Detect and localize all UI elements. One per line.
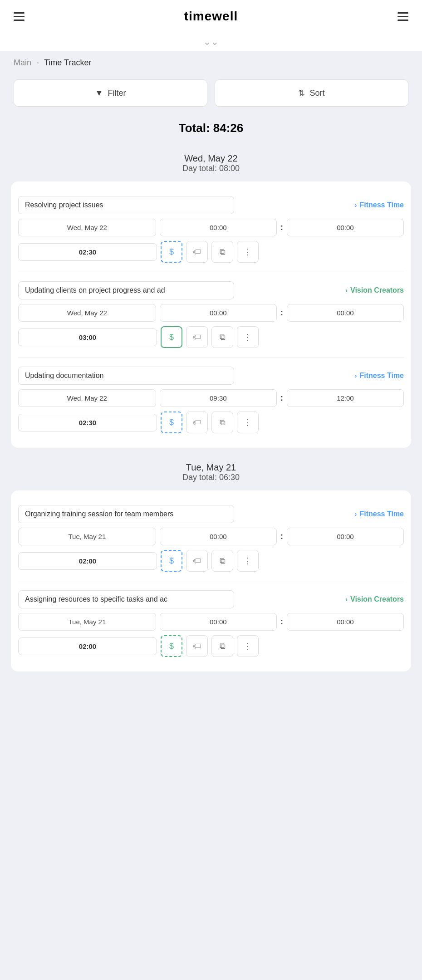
project-name-0-0: Fitness Time — [359, 201, 404, 209]
time-separator-4: : — [280, 617, 283, 627]
task-input-1-0[interactable] — [18, 505, 234, 523]
time-separator-1: : — [280, 308, 283, 318]
project-name-0-1: Vision Creators — [350, 286, 404, 294]
entry-start-0-1[interactable] — [160, 304, 277, 322]
tag-button-0-0[interactable]: 🏷 — [186, 241, 208, 263]
entry-start-0-2[interactable] — [160, 389, 277, 407]
project-arrow-icon: › — [355, 201, 357, 209]
time-entry-1-1: › Vision Creators : $ 🏷 ⧉ ⋮ — [18, 581, 404, 662]
entry-start-1-1[interactable] — [160, 613, 277, 631]
billing-button-1-1[interactable]: $ — [161, 635, 182, 657]
sort-button[interactable]: ⇅ Sort — [215, 79, 408, 107]
billing-button-1-0[interactable]: $ — [161, 550, 182, 572]
project-label-0-0[interactable]: › Fitness Time — [355, 201, 404, 209]
time-entry-0-1: › Vision Creators : $ 🏷 ⧉ ⋮ — [18, 272, 404, 353]
task-input-0-0[interactable] — [18, 196, 234, 214]
task-input-0-2[interactable] — [18, 367, 234, 385]
day-card-1: › Fitness Time : $ 🏷 ⧉ ⋮ › Vision Creato… — [11, 490, 411, 671]
entry-end-0-2[interactable] — [287, 389, 404, 407]
entry-duration-1-1[interactable] — [18, 637, 157, 655]
copy-button-0-1[interactable]: ⧉ — [211, 326, 233, 348]
time-separator-2: : — [280, 393, 283, 403]
project-name-1-0: Fitness Time — [359, 510, 404, 518]
sort-icon: ⇅ — [298, 88, 305, 98]
entry-date-0-1[interactable] — [18, 304, 156, 322]
time-entry-1-0: › Fitness Time : $ 🏷 ⧉ ⋮ — [18, 500, 404, 577]
left-menu-icon[interactable] — [14, 12, 25, 21]
day-total-0: Day total: 08:00 — [0, 164, 422, 173]
entry-end-1-0[interactable] — [287, 528, 404, 545]
project-label-1-1[interactable]: › Vision Creators — [345, 595, 404, 603]
day-date-1: Tue, May 21 — [0, 462, 422, 473]
project-name-1-1: Vision Creators — [350, 595, 404, 603]
entry-duration-1-0[interactable] — [18, 552, 157, 570]
project-label-1-0[interactable]: › Fitness Time — [355, 510, 404, 518]
breadcrumb: Main - Time Tracker — [0, 51, 422, 75]
entry-duration-0-1[interactable] — [18, 328, 157, 346]
time-entry-0-0: › Fitness Time : $ 🏷 ⧉ ⋮ — [18, 191, 404, 268]
toolbar: ▼ Filter ⇅ Sort — [0, 75, 422, 114]
app-header: timewell — [0, 0, 422, 33]
entry-start-0-0[interactable] — [160, 219, 277, 236]
tag-button-0-1[interactable]: 🏷 — [186, 326, 208, 348]
app-title: timewell — [184, 9, 238, 24]
copy-button-1-0[interactable]: ⧉ — [211, 550, 233, 572]
copy-button-0-2[interactable]: ⧉ — [211, 412, 233, 433]
time-separator: : — [280, 223, 283, 232]
entry-end-0-0[interactable] — [287, 219, 404, 236]
copy-button-1-1[interactable]: ⧉ — [211, 635, 233, 657]
total-section: Total: 84:26 — [0, 114, 422, 146]
more-button-1-1[interactable]: ⋮ — [237, 635, 259, 657]
total-label: Total: 84:26 — [0, 121, 422, 135]
entry-duration-0-2[interactable] — [18, 414, 157, 431]
breadcrumb-current: Time Tracker — [44, 58, 91, 67]
day-section-0: Wed, May 22 Day total: 08:00 — [0, 146, 422, 178]
task-input-0-1[interactable] — [18, 281, 234, 299]
entry-start-1-0[interactable] — [160, 528, 277, 545]
filter-button[interactable]: ▼ Filter — [14, 79, 207, 107]
more-button-0-0[interactable]: ⋮ — [237, 241, 259, 263]
tag-button-0-2[interactable]: 🏷 — [186, 412, 208, 433]
entry-date-0-2[interactable] — [18, 389, 156, 407]
filter-icon: ▼ — [95, 88, 103, 98]
entry-date-1-1[interactable] — [18, 613, 156, 631]
copy-button-0-0[interactable]: ⧉ — [211, 241, 233, 263]
task-input-1-1[interactable] — [18, 590, 234, 608]
entry-end-0-1[interactable] — [287, 304, 404, 322]
project-label-0-2[interactable]: › Fitness Time — [355, 372, 404, 380]
entry-end-1-1[interactable] — [287, 613, 404, 631]
day-total-1: Day total: 06:30 — [0, 473, 422, 482]
breadcrumb-separator: - — [36, 58, 39, 67]
day-section-1: Tue, May 21 Day total: 06:30 — [0, 455, 422, 487]
entry-date-0-0[interactable] — [18, 219, 156, 236]
chevron-down-icon: ⌄⌄ — [203, 36, 219, 47]
more-button-0-1[interactable]: ⋮ — [237, 326, 259, 348]
project-label-0-1[interactable]: › Vision Creators — [345, 286, 404, 294]
sort-label: Sort — [309, 88, 324, 98]
billing-button-0-1[interactable]: $ — [161, 326, 182, 348]
more-button-1-0[interactable]: ⋮ — [237, 550, 259, 572]
billing-button-0-0[interactable]: $ — [161, 241, 182, 263]
project-arrow-icon-2: › — [355, 372, 357, 379]
filter-label: Filter — [108, 88, 126, 98]
entry-duration-0-0[interactable] — [18, 243, 157, 261]
collapse-chevron[interactable]: ⌄⌄ — [0, 33, 422, 51]
time-separator-3: : — [280, 532, 283, 541]
billing-button-0-2[interactable]: $ — [161, 412, 182, 433]
right-menu-icon[interactable] — [397, 12, 408, 21]
time-entry-0-2: › Fitness Time : $ 🏷 ⧉ ⋮ — [18, 357, 404, 439]
project-arrow-icon-1: › — [345, 287, 348, 294]
project-arrow-icon-3: › — [355, 510, 357, 518]
more-button-0-2[interactable]: ⋮ — [237, 412, 259, 433]
project-arrow-icon-4: › — [345, 596, 348, 603]
entry-date-1-0[interactable] — [18, 528, 156, 545]
day-date-0: Wed, May 22 — [0, 153, 422, 164]
tag-button-1-1[interactable]: 🏷 — [186, 635, 208, 657]
tag-button-1-0[interactable]: 🏷 — [186, 550, 208, 572]
day-card-0: › Fitness Time : $ 🏷 ⧉ ⋮ › Vision Creato… — [11, 181, 411, 448]
project-name-0-2: Fitness Time — [359, 372, 404, 380]
breadcrumb-main[interactable]: Main — [14, 58, 31, 67]
